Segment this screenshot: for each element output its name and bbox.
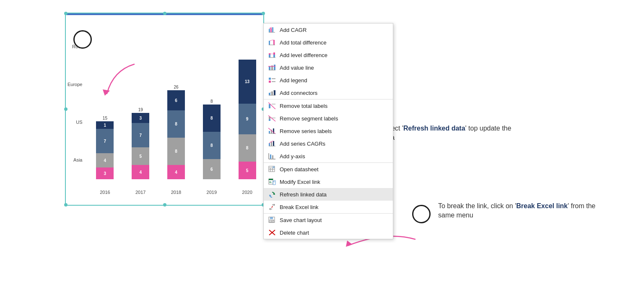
menu-item-open-datasheet-label: Open datasheet: [280, 166, 389, 173]
svg-marker-74: [346, 241, 352, 247]
bar-total-2016: 15: [103, 116, 107, 120]
svg-rect-67: [270, 217, 273, 219]
menu-item-refresh-linked-data[interactable]: Refresh linked data: [264, 188, 393, 201]
menu-item-add-total-diff[interactable]: Add total difference: [264, 36, 393, 49]
add-cagr-icon: [268, 26, 276, 34]
step3-annotation: To break the link, click on 'Break Excel…: [438, 201, 597, 220]
menu-item-add-legend-label: Add legend: [280, 77, 389, 84]
svg-rect-7: [273, 40, 275, 45]
bar-stack-2020: 5 8 9 13: [239, 60, 256, 179]
svg-rect-18: [274, 65, 275, 70]
bar-stack-2018: 4 8 8 6: [167, 90, 185, 179]
svg-line-8: [270, 40, 273, 41]
menu-item-add-legend[interactable]: Add legend: [264, 74, 393, 86]
menu-item-refresh-linked-data-label: Refresh linked data: [280, 191, 389, 198]
svg-rect-58: [269, 179, 273, 180]
svg-rect-13: [273, 52, 275, 55]
menu-item-break-excel-link-label: Break Excel link: [280, 204, 389, 210]
menu-item-delete-chart[interactable]: Delete chart: [264, 226, 393, 239]
x-label-2019: 2019: [197, 190, 226, 195]
menu-item-remove-segment-labels-label: Remove segment labels: [280, 115, 389, 122]
bar-seg-europe-2016: 4: [96, 153, 114, 167]
bar-group-2019: 8 6 8 8: [197, 99, 226, 179]
bar-seg-row-2016: 3: [96, 167, 114, 179]
step3-circle: [412, 205, 431, 223]
svg-rect-48: [272, 155, 273, 159]
x-label-2020: 2020: [233, 190, 261, 195]
resize-handle-bottom[interactable]: [163, 203, 166, 207]
add-level-diff-icon: [268, 51, 276, 59]
y-label-us: US: [68, 120, 84, 125]
arrow1-svg: [101, 62, 151, 100]
bar-seg-asia-2016: 1: [96, 121, 114, 129]
svg-marker-0: [103, 89, 110, 96]
bar-seg-row-2017: 4: [132, 165, 149, 179]
menu-item-add-level-diff-label: Add level difference: [280, 52, 389, 58]
menu-item-add-total-diff-label: Add total difference: [280, 39, 389, 46]
refresh-linked-data-icon: [268, 190, 276, 199]
y-axis-labels: RoW Europe US Asia: [68, 28, 84, 179]
svg-rect-56: [273, 166, 275, 168]
bars-area: 15 3 4 7 1 19 4 5 7 3 26: [91, 24, 261, 179]
add-legend-icon: [268, 76, 276, 84]
menu-item-remove-segment-labels[interactable]: Remove segment labels: [264, 112, 393, 125]
svg-rect-25: [269, 93, 270, 95]
menu-item-add-series-cagrs[interactable]: Add series CAGRs: [264, 137, 393, 150]
menu-item-add-y-axis[interactable]: Add y-axis: [264, 150, 393, 162]
resize-handle-tr[interactable]: [262, 12, 265, 15]
svg-rect-31: [269, 104, 270, 108]
delete-chart-icon: [268, 228, 276, 237]
menu-item-add-series-cagrs-label: Add series CAGRs: [280, 141, 389, 147]
svg-rect-43: [269, 143, 270, 146]
menu-item-add-level-diff[interactable]: Add level difference: [264, 49, 393, 61]
add-connectors-icon: [268, 89, 276, 97]
menu-item-save-chart-layout[interactable]: Save chart layout: [264, 213, 393, 226]
svg-text:XL: XL: [269, 181, 272, 183]
svg-rect-11: [269, 53, 270, 55]
menu-item-remove-series-labels[interactable]: Remove series labels: [264, 125, 393, 137]
resize-handle-top[interactable]: [163, 12, 166, 15]
menu-item-remove-total-labels-label: Remove total labels: [280, 103, 389, 109]
modify-excel-link-icon: XL: [268, 178, 276, 186]
step1-circle: [73, 30, 92, 49]
bar-stack-2019: 6 8 8: [203, 105, 221, 179]
resize-handle-bl[interactable]: [64, 203, 68, 207]
x-label-2018: 2018: [162, 190, 190, 195]
svg-rect-45: [273, 141, 274, 146]
bar-group-2020: 5 8 9 13: [233, 59, 261, 179]
bar-seg-us-2016: 7: [96, 129, 114, 153]
add-total-diff-icon: [268, 38, 276, 47]
resize-handle-tl[interactable]: [64, 12, 68, 15]
svg-rect-22: [269, 81, 271, 83]
menu-item-add-cagr[interactable]: Add CAGR: [264, 24, 393, 36]
bar-seg-us-2017: 7: [132, 123, 149, 147]
menu-item-modify-excel-link[interactable]: XL Modify Excel link: [264, 175, 393, 188]
menu-item-add-cagr-label: Add CAGR: [280, 27, 389, 33]
svg-rect-26: [271, 92, 273, 95]
bar-total-2018: 26: [174, 85, 178, 89]
bar-seg-asia-2019: 8: [203, 105, 221, 132]
svg-rect-16: [269, 66, 270, 70]
svg-line-29: [273, 90, 274, 92]
y-label-europe: Europe: [68, 82, 84, 87]
svg-rect-2: [270, 28, 272, 32]
add-series-cagrs-icon: [268, 139, 276, 148]
svg-rect-68: [270, 220, 274, 222]
bar-stack-2017: 4 5 7 3: [132, 113, 149, 179]
svg-rect-1: [269, 29, 270, 32]
menu-item-open-datasheet[interactable]: Open datasheet: [264, 162, 393, 175]
bar-total-2017: 19: [138, 107, 143, 112]
menu-item-remove-total-labels[interactable]: Remove total labels: [264, 99, 393, 112]
svg-rect-21: [269, 78, 271, 80]
context-menu: Add CAGR Add total difference Add level …: [263, 23, 393, 239]
bar-group-2017: 19 4 5 7 3: [127, 107, 155, 179]
bar-seg-europe-2020: 8: [239, 134, 256, 162]
svg-line-65: [272, 206, 273, 208]
bar-seg-row-2020: 5: [239, 162, 256, 179]
add-value-line-icon: [268, 63, 276, 72]
menu-item-break-excel-link[interactable]: Break Excel link: [264, 201, 393, 213]
step2-bold: Refresh linked data: [403, 125, 465, 132]
svg-rect-3: [272, 27, 273, 32]
menu-item-add-value-line[interactable]: Add value line: [264, 61, 393, 74]
menu-item-add-connectors[interactable]: Add connectors: [264, 86, 393, 99]
